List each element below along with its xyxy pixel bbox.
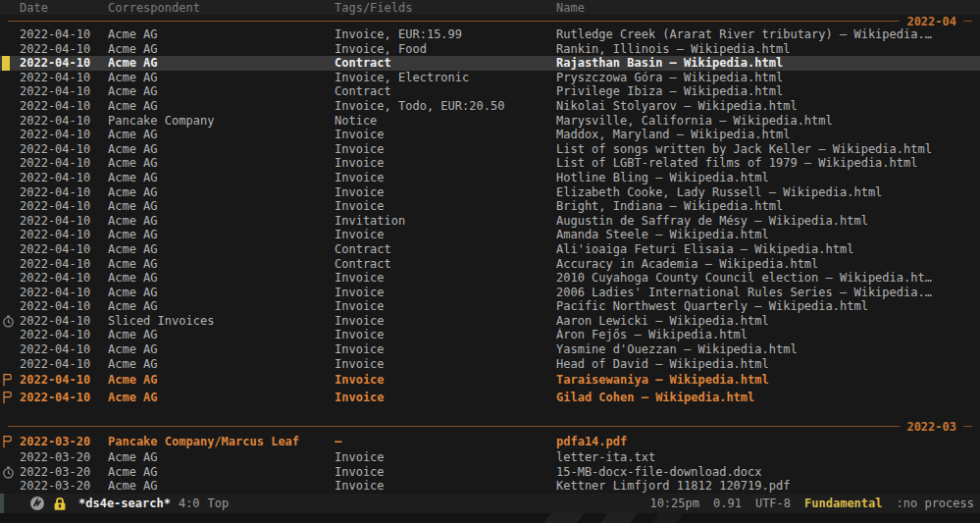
document-row[interactable]: 2022-04-10 Sliced Invoices Invoice Aaron…: [0, 314, 980, 329]
doc-name: Privilege Ibiza – Wikipedia.html: [556, 84, 980, 99]
doc-correspondent: Acme AG: [108, 257, 335, 272]
row-gutter: [0, 257, 20, 272]
major-mode[interactable]: Fundamental: [804, 497, 882, 510]
doc-correspondent: Acme AG: [108, 27, 335, 42]
doc-name: pdfa14.pdf: [556, 435, 980, 449]
doc-name: List of LGBT-related films of 1979 – Wik…: [556, 156, 980, 171]
document-row[interactable]: 2022-03-20 Pancake Company/Marcus Leaf –…: [0, 433, 980, 450]
buffer-name[interactable]: *ds4e-search*: [78, 497, 171, 510]
document-row[interactable]: 2022-04-10 Acme AG Invoice Gilad Cohen –…: [0, 389, 980, 406]
doc-tags: Invoice: [335, 156, 556, 171]
doc-correspondent: Acme AG: [108, 391, 335, 405]
doc-correspondent: Acme AG: [108, 156, 335, 171]
row-gutter: [0, 271, 20, 286]
separator-end-dash: [963, 21, 972, 22]
doc-tags: Invoice, Todo, EUR:20.50: [335, 99, 556, 114]
doc-name: Taraisewaniya – Wikipedia.html: [556, 373, 980, 388]
document-row[interactable]: 2022-04-10 Pancake Company Notice Marysv…: [0, 114, 980, 129]
document-row[interactable]: 2022-04-10 Acme AG Invoice Áron Fejős – …: [0, 328, 980, 342]
document-row[interactable]: 2022-03-20 Acme AG Invoice Kettner Limfj…: [0, 479, 980, 494]
doc-correspondent: Acme AG: [108, 84, 335, 99]
document-row[interactable]: 2022-04-10 Acme AG Invoice Elizabeth Coo…: [0, 185, 980, 200]
document-row[interactable]: 2022-04-10 Acme AG Invoice, Food Rankin,…: [0, 42, 980, 57]
doc-date: 2022-03-20: [20, 479, 108, 494]
doc-correspondent: Acme AG: [108, 99, 335, 114]
document-row[interactable]: 2022-03-20 Acme AG Invoice 15-MB-docx-fi…: [0, 465, 980, 480]
row-gutter: [0, 114, 20, 129]
separator-month-label: 2022-03: [900, 420, 963, 434]
doc-name: Amanda Steele – Wikipedia.html: [556, 228, 980, 242]
blank-line: [0, 406, 980, 420]
doc-tags: Invoice: [335, 271, 556, 286]
lock-icon[interactable]: [53, 497, 67, 511]
doc-date: 2022-04-10: [20, 171, 108, 185]
doc-date: 2022-04-10: [20, 299, 108, 314]
doc-tags: Invoice: [335, 228, 556, 242]
row-gutter: [0, 479, 20, 494]
document-row[interactable]: 2022-04-10 Acme AG Contract Accuracy in …: [0, 257, 980, 272]
doc-name: 2006 Ladies' International Rules Series …: [556, 286, 980, 300]
row-gutter: [0, 42, 20, 57]
row-gutter: [0, 99, 20, 114]
separator-line: [8, 21, 900, 22]
doc-name: Aaron Lewicki – Wikipedia.html: [556, 314, 980, 329]
doc-date: 2022-04-10: [20, 342, 108, 357]
document-row[interactable]: 2022-04-10 Acme AG Invoice, EUR:15.99 Ru…: [0, 27, 980, 42]
document-row[interactable]: 2022-04-10 Acme AG Contract Ali'ioaiga F…: [0, 242, 980, 257]
doc-name: Rutledge Creek (Ararat River tributary) …: [556, 27, 980, 42]
process-indicator: :no process: [897, 497, 974, 510]
document-row[interactable]: 2022-04-10 Acme AG Invoice Amanda Steele…: [0, 228, 980, 242]
doc-correspondent: Acme AG: [108, 450, 335, 465]
row-gutter: [0, 128, 20, 142]
document-row[interactable]: 2022-04-10 Acme AG Invoice, Todo, EUR:20…: [0, 99, 980, 114]
document-row[interactable]: 2022-04-10 Acme AG Invoice 2006 Ladies' …: [0, 286, 980, 300]
doc-tags: Contract: [335, 84, 556, 99]
doc-date: 2022-03-20: [20, 465, 108, 480]
document-row[interactable]: 2022-04-10 Acme AG Invoice, Electronic P…: [0, 71, 980, 85]
document-row[interactable]: 2022-04-10 Acme AG Invoice List of songs…: [0, 142, 980, 157]
month-separator: 2022-03: [0, 420, 980, 433]
row-gutter: [0, 142, 20, 157]
document-row[interactable]: 2022-04-10 Acme AG Invoice 2010 Cuyahoga…: [0, 271, 980, 286]
document-row[interactable]: 2022-04-10 Acme AG Invoice Pacific North…: [0, 299, 980, 314]
doc-name: Rankin, Illinois – Wikipedia.html: [556, 42, 980, 57]
doc-tags: Invoice: [335, 171, 556, 185]
doc-correspondent: Acme AG: [108, 479, 335, 494]
doc-correspondent: Acme AG: [108, 42, 335, 57]
doc-tags: Invoice: [335, 299, 556, 314]
document-row[interactable]: 2022-04-10 Acme AG Invoice Taraisewaniya…: [0, 371, 980, 389]
doc-tags: Invoice: [335, 328, 556, 342]
row-gutter: [0, 156, 20, 171]
doc-correspondent: Acme AG: [108, 271, 335, 286]
doc-tags: Invoice, Food: [335, 42, 556, 57]
document-row[interactable]: 2022-04-10 Acme AG Contract Privilege Ib…: [0, 84, 980, 99]
doc-date: 2022-04-10: [20, 228, 108, 242]
document-row[interactable]: 2022-04-10 Acme AG Invoice Head of David…: [0, 357, 980, 372]
document-row[interactable]: 2022-04-10 Acme AG Invoice List of LGBT-…: [0, 156, 980, 171]
doc-tags: Invoice, EUR:15.99: [335, 27, 556, 42]
doc-date: 2022-04-10: [20, 257, 108, 272]
column-header: Date Correspondent Tags/Fields Name: [0, 0, 980, 15]
doc-tags: Contract: [335, 257, 556, 272]
document-list[interactable]: 2022-04 2022-04-10 Acme AG Invoice, EUR:…: [0, 15, 980, 494]
document-row[interactable]: 2022-04-10 Acme AG Invoice Bright, India…: [0, 199, 980, 214]
document-row[interactable]: 2022-03-20 Acme AG Invoice letter-ita.tx…: [0, 450, 980, 465]
doc-correspondent: Acme AG: [108, 357, 335, 372]
document-row[interactable]: 2022-04-10 Acme AG Invoice Hotline Bling…: [0, 171, 980, 185]
document-row[interactable]: 2022-04-10 Acme AG Invoice Yasmine d'Oue…: [0, 342, 980, 357]
doc-correspondent: Acme AG: [108, 71, 335, 85]
load-average: 0.91: [713, 497, 742, 510]
document-row[interactable]: 2022-04-10 Acme AG Invoice Maddox, Maryl…: [0, 128, 980, 142]
doc-name: Nikolai Stolyarov – Wikipedia.html: [556, 99, 980, 114]
document-row[interactable]: 2022-04-10 Acme AG Invitation Augustin d…: [0, 214, 980, 229]
doc-correspondent: Acme AG: [108, 242, 335, 257]
doc-tags: Invoice: [335, 314, 556, 329]
doc-date: 2022-04-10: [20, 84, 108, 99]
row-gutter: [0, 433, 20, 450]
document-row[interactable]: 2022-04-10 Acme AG Contract Rajasthan Ba…: [0, 56, 980, 71]
row-gutter: [0, 185, 20, 200]
doc-tags: Invoice: [335, 342, 556, 357]
doc-correspondent: Acme AG: [108, 214, 335, 229]
doc-name: Kettner Limfjord 11812 120719.pdf: [556, 479, 980, 494]
doc-date: 2022-04-10: [20, 214, 108, 229]
